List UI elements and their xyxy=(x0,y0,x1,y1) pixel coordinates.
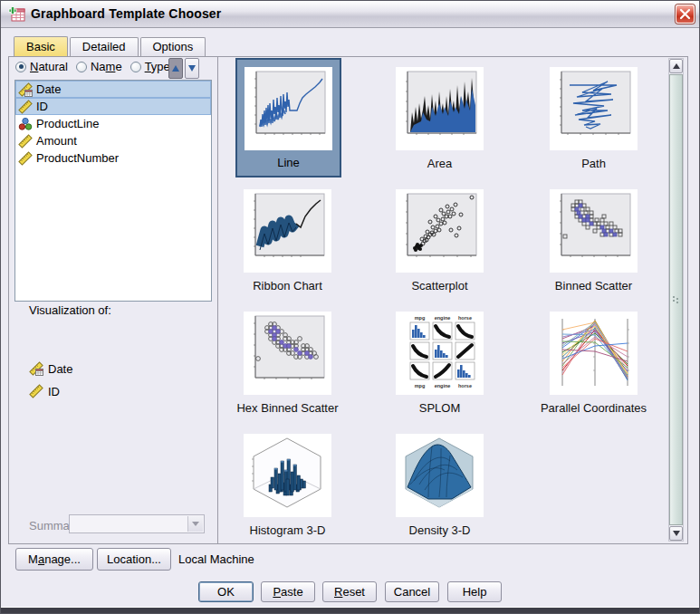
dialog-title: Graphboard Template Chooser xyxy=(31,6,222,21)
field-list: Date ID ProductLine Amoun xyxy=(14,80,212,302)
radio-natural[interactable]: Natural xyxy=(15,60,68,73)
radio-name-circle xyxy=(76,62,87,72)
template-path[interactable]: Path xyxy=(532,67,656,170)
template-label: Binned Scatter xyxy=(555,279,632,293)
template-splom[interactable]: mpg engine horse mpg engine horse xyxy=(378,312,502,415)
nominal-icon xyxy=(18,117,33,131)
template-hex-binned-thumbnail xyxy=(244,312,331,395)
reset-button[interactable]: Reset xyxy=(322,581,377,602)
field-row-id[interactable]: ID xyxy=(15,98,211,115)
tab-basic[interactable]: Basic xyxy=(14,36,68,56)
template-histogram-3d-thumbnail xyxy=(244,434,331,517)
field-row-amount[interactable]: Amount xyxy=(15,132,211,149)
scale-date-icon xyxy=(29,361,43,376)
svg-text:engine: engine xyxy=(435,383,451,389)
template-label: Density 3-D xyxy=(409,523,471,537)
help-button[interactable]: Help xyxy=(447,581,502,602)
field-row-productline[interactable]: ProductLine xyxy=(15,115,211,132)
scroll-down-button[interactable] xyxy=(669,526,683,541)
template-line[interactable]: Line xyxy=(235,58,341,177)
title-bar[interactable]: Graphboard Template Chooser xyxy=(1,1,699,28)
location-button[interactable]: Location... xyxy=(97,548,171,571)
template-label: Area xyxy=(427,157,452,170)
radio-name[interactable]: Name xyxy=(76,60,122,73)
template-label: Ribbon Chart xyxy=(253,279,322,293)
window-bottom-edge xyxy=(1,607,699,613)
template-label: Hex Binned Scatter xyxy=(236,401,338,415)
close-button[interactable] xyxy=(676,5,695,24)
scrollbar-grip-icon xyxy=(673,296,680,303)
sort-ascending-button[interactable] xyxy=(168,58,183,79)
svg-text:engine: engine xyxy=(435,315,451,321)
template-density-3d-thumbnail xyxy=(396,434,484,517)
template-density-3d[interactable]: Density 3-D xyxy=(378,434,502,537)
close-icon xyxy=(676,5,694,23)
location-value: Local Machine xyxy=(178,552,254,566)
template-label: Histogram 3-D xyxy=(250,523,326,537)
sort-descending-button[interactable] xyxy=(185,58,199,79)
summary-dropdown[interactable] xyxy=(69,514,205,533)
template-area[interactable]: Area xyxy=(378,67,502,170)
template-label: Line xyxy=(277,156,300,169)
radio-type-circle xyxy=(130,62,141,72)
scale-date-icon xyxy=(18,82,33,97)
template-binned-scatter-thumbnail xyxy=(550,189,638,273)
template-binned-scatter[interactable]: Binned Scatter xyxy=(532,189,656,293)
template-label: Path xyxy=(581,157,606,170)
tab-detailed[interactable]: Detailed xyxy=(70,37,139,56)
template-ribbon-thumbnail xyxy=(244,189,331,273)
template-label: SPLOM xyxy=(419,401,461,415)
scale-icon xyxy=(29,384,43,398)
field-row-productnumber[interactable]: ProductNumber xyxy=(15,149,211,167)
field-sort-options: Natural Name Type xyxy=(15,60,178,73)
template-line-thumbnail xyxy=(245,67,332,150)
viz-field-id[interactable]: ID xyxy=(29,384,60,398)
svg-text:mpg: mpg xyxy=(415,383,426,389)
cancel-button[interactable]: Cancel xyxy=(385,581,439,602)
template-splom-thumbnail: mpg engine horse mpg engine horse xyxy=(396,312,484,395)
svg-text:mpg: mpg xyxy=(415,315,426,321)
radio-natural-circle xyxy=(15,62,26,72)
template-gallery: Line Area xyxy=(217,57,687,543)
template-area-thumbnail xyxy=(396,67,484,150)
scroll-up-button[interactable] xyxy=(669,59,683,73)
scale-icon xyxy=(18,151,33,166)
template-ribbon-chart[interactable]: Ribbon Chart xyxy=(225,189,350,293)
scale-icon xyxy=(18,134,33,149)
scale-icon xyxy=(18,100,33,114)
tab-options[interactable]: Options xyxy=(140,37,206,56)
template-scatterplot[interactable]: Scatterplot xyxy=(378,189,502,293)
tab-strip: Basic Detailed Options xyxy=(14,37,207,56)
template-path-thumbnail xyxy=(550,67,638,150)
template-histogram-3d[interactable]: Histogram 3-D xyxy=(225,434,350,537)
sort-ascending-icon xyxy=(172,65,179,72)
app-template-icon xyxy=(8,5,26,24)
template-label: Scatterplot xyxy=(411,279,467,293)
manage-button[interactable]: Manage... xyxy=(15,548,93,571)
visualization-of-label: Visualization of: xyxy=(29,303,111,317)
template-label: Parallel Coordinates xyxy=(541,401,647,415)
ok-button[interactable]: OK xyxy=(198,581,254,602)
template-parallel-thumbnail xyxy=(550,312,638,395)
svg-text:horse: horse xyxy=(458,383,472,389)
field-row-date[interactable]: Date xyxy=(15,81,211,98)
scrollbar-thumb[interactable] xyxy=(669,74,683,525)
sort-descending-icon xyxy=(188,65,196,72)
radio-type[interactable]: Type xyxy=(130,60,170,73)
template-scatterplot-thumbnail xyxy=(396,189,484,273)
template-parallel-coordinates[interactable]: Parallel Coordinates xyxy=(532,312,656,415)
gallery-scrollbar[interactable] xyxy=(668,58,684,542)
basic-tab-panel: Natural Name Type xyxy=(8,56,688,544)
dropdown-arrow-icon xyxy=(187,516,203,532)
graphboard-template-chooser-dialog: Graphboard Template Chooser Basic Detail… xyxy=(0,0,700,614)
viz-field-date[interactable]: Date xyxy=(29,361,72,376)
paste-button[interactable]: Paste xyxy=(261,581,315,602)
template-hex-binned-scatter[interactable]: Hex Binned Scatter xyxy=(225,312,350,415)
svg-text:horse: horse xyxy=(458,315,472,321)
